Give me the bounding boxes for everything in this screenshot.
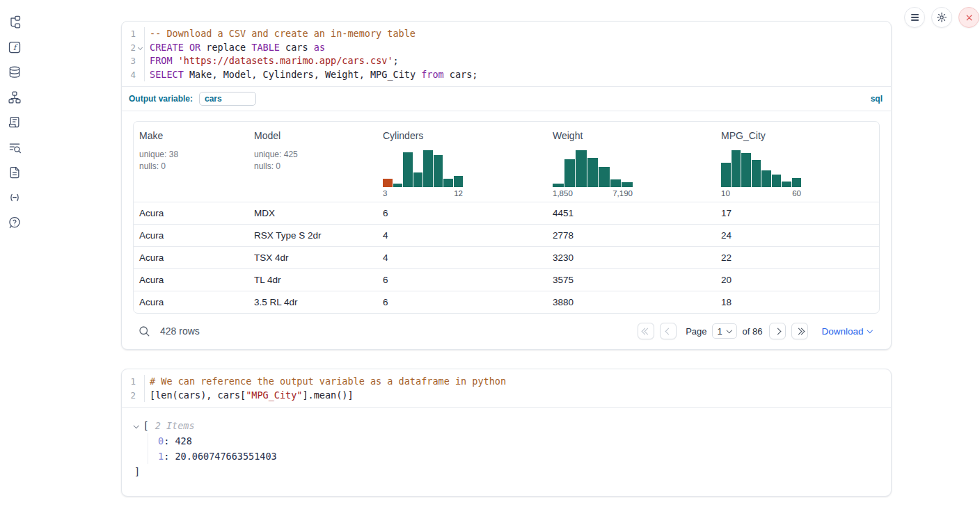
- column-stats: unique: 38nulls: 0: [139, 149, 243, 172]
- tree-entry: 1: 20.060747663551403: [158, 449, 880, 464]
- table-cell: 20: [716, 269, 879, 291]
- tree-entry: 0: 428: [158, 433, 880, 449]
- python-code-editor[interactable]: 12 # We can reference the output variabl…: [122, 369, 891, 407]
- table-cell: Acura: [134, 269, 248, 291]
- column-name[interactable]: Model: [254, 130, 372, 141]
- sql-cell-output: Makeunique: 38nulls: 0Modelunique: 425nu…: [122, 111, 891, 349]
- line-number-gutter: 12: [122, 375, 145, 402]
- column-histogram[interactable]: [383, 150, 463, 187]
- line-number: 1: [122, 376, 136, 387]
- table-cell: 2778: [547, 225, 716, 246]
- dependency-graph-icon[interactable]: [8, 90, 22, 104]
- file-tree-icon[interactable]: [8, 15, 22, 29]
- snippets-icon[interactable]: [8, 191, 22, 204]
- column-header: Cylinders312: [377, 122, 547, 202]
- table-row[interactable]: AcuraMDX6445117: [134, 202, 879, 224]
- close-button[interactable]: [958, 7, 979, 28]
- code-line[interactable]: CREATE OR replace TABLE cars as: [150, 41, 477, 55]
- table-cell: 17: [716, 202, 879, 224]
- script-icon[interactable]: [8, 115, 22, 129]
- column-header: MPG_City1060: [716, 122, 879, 202]
- cell-meta-row: Output variable: sql: [122, 86, 891, 111]
- chevron-down-icon: [727, 328, 732, 333]
- table-row[interactable]: AcuraTSX 4dr4323022: [134, 246, 879, 268]
- table-cell: Acura: [134, 225, 248, 246]
- code-line[interactable]: [len(cars), cars["MPG_City"].mean()]: [150, 389, 506, 403]
- double-chevron-left-icon: [642, 329, 650, 334]
- column-name[interactable]: Cylinders: [383, 130, 542, 141]
- table-cell: 18: [716, 291, 879, 313]
- download-button[interactable]: Download: [821, 326, 871, 337]
- download-label: Download: [821, 326, 863, 337]
- code-line[interactable]: SELECT Make, Model, Cylinders, Weight, M…: [150, 68, 477, 82]
- line-number: 3: [122, 56, 136, 66]
- sql-code-editor[interactable]: 1234 -- Download a CSV and create an in-…: [122, 22, 891, 86]
- histogram-bar: [553, 184, 564, 187]
- table-cell: RSX Type S 2dr: [248, 225, 377, 246]
- column-name[interactable]: Weight: [553, 130, 710, 141]
- database-icon[interactable]: [8, 65, 22, 79]
- collapse-chevron-icon[interactable]: [134, 423, 139, 428]
- help-icon[interactable]: [8, 216, 22, 230]
- histogram-axis-labels: 1060: [721, 189, 801, 198]
- line-number: 2: [122, 390, 136, 401]
- settings-button[interactable]: [931, 7, 952, 28]
- table-cell: 3575: [547, 269, 716, 291]
- page-select[interactable]: 1: [712, 323, 737, 339]
- table-row[interactable]: Acura3.5 RL 4dr6388018: [134, 291, 879, 313]
- histogram-bar: [622, 182, 633, 187]
- table-cell: 6: [377, 269, 547, 291]
- tree-entries: 0: 4281: 20.060747663551403: [148, 433, 880, 464]
- output-variable-input[interactable]: [199, 92, 256, 106]
- table-cell: 4451: [547, 202, 716, 224]
- chevron-left-icon: [665, 328, 672, 335]
- histogram-bar: [587, 158, 599, 187]
- histogram-axis-labels: 1,8507,190: [553, 189, 633, 198]
- histogram-bar: [721, 163, 731, 187]
- table-footer: 428 rows Page 1 of 86 Download: [133, 314, 880, 342]
- line-number-gutter: 1234: [122, 27, 145, 81]
- row-count: 428 rows: [160, 325, 200, 337]
- column-histogram[interactable]: [553, 150, 633, 187]
- table-cell: 3.5 RL 4dr: [248, 291, 377, 313]
- chevron-right-icon: [775, 328, 782, 335]
- code-line[interactable]: -- Download a CSV and create an in-memor…: [150, 27, 477, 41]
- sidebar: f: [0, 0, 29, 230]
- search-icon[interactable]: [137, 324, 151, 338]
- column-histogram[interactable]: [721, 150, 801, 187]
- table-row[interactable]: AcuraRSX Type S 2dr4277824: [134, 224, 879, 246]
- first-page-button[interactable]: [638, 323, 654, 339]
- histogram-bar: [423, 150, 433, 187]
- table-cell: Acura: [134, 247, 248, 268]
- table-cell: 6: [377, 202, 547, 224]
- python-cell-output: [ 2 Items 0: 4281: 20.060747663551403 ]: [122, 407, 891, 496]
- histogram-bar: [761, 170, 771, 187]
- histogram-bar: [403, 152, 413, 187]
- last-page-button[interactable]: [791, 323, 808, 339]
- histogram-bar: [782, 182, 791, 187]
- prev-page-button[interactable]: [660, 323, 677, 339]
- table-header: Makeunique: 38nulls: 0Modelunique: 425nu…: [134, 122, 879, 202]
- page-label: Page: [686, 326, 706, 337]
- table-body: AcuraMDX6445117AcuraRSX Type S 2dr427782…: [134, 202, 879, 313]
- histogram-bar: [393, 184, 403, 187]
- table-cell: 4: [377, 225, 547, 246]
- open-bracket: [: [143, 418, 149, 433]
- column-name[interactable]: MPG_City: [721, 130, 874, 141]
- code-line[interactable]: FROM 'https://datasets.marimo.app/cars.c…: [150, 54, 477, 68]
- table-row[interactable]: AcuraTL 4dr6357520: [134, 268, 879, 291]
- table-cell: 22: [716, 247, 879, 268]
- document-icon[interactable]: [8, 166, 22, 179]
- fold-toggle-icon[interactable]: [136, 46, 144, 49]
- column-name[interactable]: Make: [139, 130, 243, 141]
- histogram-bar: [383, 179, 393, 187]
- svg-text:f: f: [13, 43, 18, 52]
- histogram-bar: [752, 160, 761, 187]
- page-select-value: 1: [718, 326, 722, 337]
- function-icon[interactable]: f: [8, 40, 22, 54]
- code-line[interactable]: # We can reference the output variable a…: [150, 375, 506, 389]
- menu-button[interactable]: [904, 7, 925, 28]
- next-page-button[interactable]: [769, 323, 786, 339]
- list-search-icon[interactable]: [8, 140, 22, 154]
- table-cell: Acura: [134, 202, 248, 224]
